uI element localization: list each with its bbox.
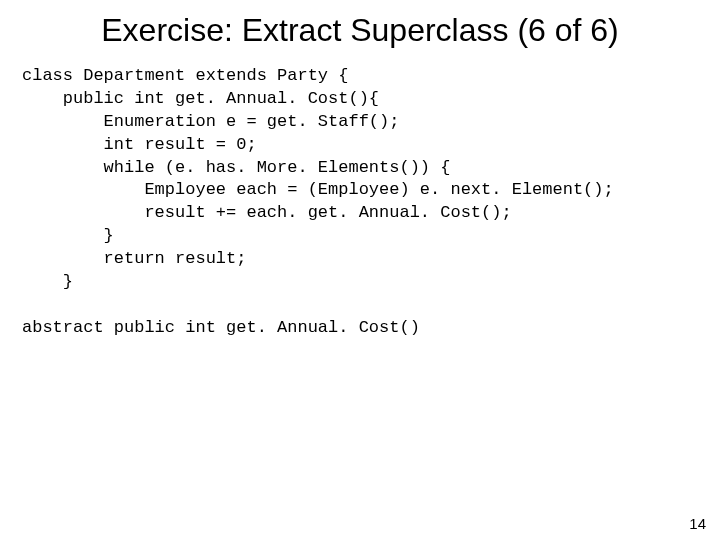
page-number: 14 xyxy=(689,515,706,532)
code-line: } xyxy=(22,272,73,291)
slide-title: Exercise: Extract Superclass (6 of 6) xyxy=(0,0,720,65)
code-line: Employee each = (Employee) e. next. Elem… xyxy=(22,180,614,199)
code-line: Enumeration e = get. Staff(); xyxy=(22,112,399,131)
code-line: class Department extends Party { xyxy=(22,66,348,85)
code-line: while (e. has. More. Elements()) { xyxy=(22,158,450,177)
code-line: result += each. get. Annual. Cost(); xyxy=(22,203,512,222)
code-line: abstract public int get. Annual. Cost() xyxy=(22,318,420,337)
slide: Exercise: Extract Superclass (6 of 6) cl… xyxy=(0,0,720,540)
code-line: return result; xyxy=(22,249,246,268)
code-line: int result = 0; xyxy=(22,135,257,154)
code-line: public int get. Annual. Cost(){ xyxy=(22,89,379,108)
code-line: } xyxy=(22,226,114,245)
code-block: class Department extends Party { public … xyxy=(0,65,720,340)
